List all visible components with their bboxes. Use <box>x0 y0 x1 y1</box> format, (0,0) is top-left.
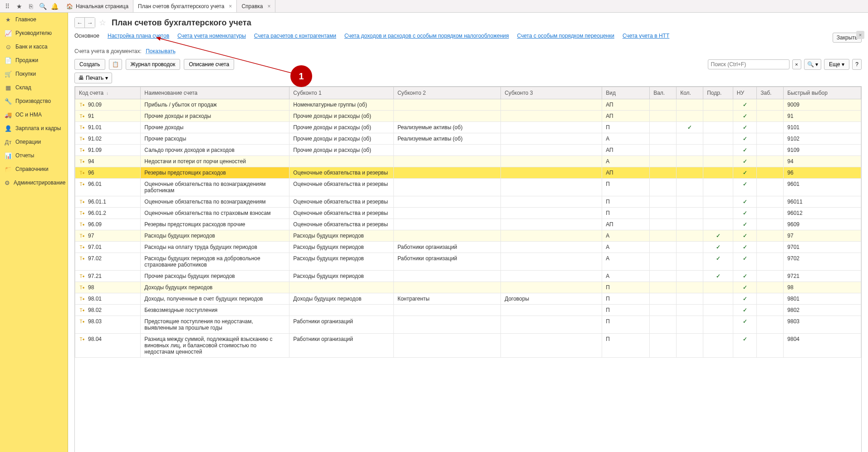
quantity-flag <box>677 271 703 282</box>
table-row[interactable]: T●98.01 Доходы, полученные в счет будущи… <box>75 293 861 305</box>
copy-icon: 📋 <box>112 61 119 68</box>
account-name: Расходы на оплату труда будущих периодов <box>141 242 289 253</box>
sidebar-item[interactable]: 📈Руководителю <box>0 26 68 40</box>
table-row[interactable]: T●90.09 Прибыль / убыток от продаж Номен… <box>75 99 861 111</box>
back-button[interactable]: ← <box>75 18 85 28</box>
col-name[interactable]: Наименование счета <box>141 87 289 99</box>
table-row[interactable]: T●96.09 Резервы предстоящих расходов про… <box>75 219 861 230</box>
sidebar-item[interactable]: ⚙Администрирование <box>0 176 68 190</box>
account-name: Разница между суммой, подлежащей взыскан… <box>141 334 289 358</box>
sidebar-item[interactable]: 📊Отчеты <box>0 149 68 162</box>
account-name: Расходы будущих периодов <box>141 230 289 242</box>
col-podr[interactable]: Подр. <box>703 87 733 99</box>
col-nu[interactable]: НУ <box>733 87 756 99</box>
help-button[interactable]: ? <box>852 59 862 70</box>
table-row[interactable]: T●91 Прочие доходы и расходы Прочие дохо… <box>75 111 861 122</box>
subkonto1: Расходы будущих периодов <box>289 271 394 282</box>
table-row[interactable]: T●97 Расходы будущих периодов Расходы бу… <box>75 230 861 242</box>
sidebar-item[interactable]: ▦Склад <box>0 81 68 94</box>
col-sub2[interactable]: Субконто 2 <box>393 87 500 99</box>
account-icon: T● <box>79 336 85 342</box>
sidebar-item[interactable]: ДтОперации <box>0 135 68 149</box>
more-button[interactable]: Еще ▾ <box>824 59 849 70</box>
search-clear-button[interactable]: × <box>792 59 801 69</box>
quick-select-code: 98 <box>784 282 861 293</box>
account-type: АП <box>602 145 650 156</box>
table-row[interactable]: T●94 Недостачи и потери от порчи ценност… <box>75 156 861 167</box>
subkonto2: Работники организаций <box>393 253 500 271</box>
sidebar-item[interactable]: ★Главное <box>0 13 68 26</box>
accounts-table-wrap: Код счета↓ Наименование счета Субконто 1… <box>74 86 862 452</box>
favorite-icon[interactable]: ☆ <box>99 18 106 28</box>
close-icon[interactable]: × <box>267 3 270 10</box>
table-row[interactable]: T●98.03 Предстоящие поступления по недос… <box>75 316 861 334</box>
col-sub3[interactable]: Субконто 3 <box>501 87 602 99</box>
sidebar-item[interactable]: 🚚ОС и НМА <box>0 108 68 122</box>
table-row[interactable]: T●97.21 Прочие расходы будущих периодов … <box>75 271 861 282</box>
division-flag <box>703 316 733 334</box>
division-flag <box>703 196 733 208</box>
col-code[interactable]: Код счета↓ <box>75 87 141 99</box>
table-row[interactable]: T●98.02 Безвозмездные поступления П ✓ 98… <box>75 305 861 316</box>
table-row[interactable]: T●91.09 Сальдо прочих доходов и расходов… <box>75 145 861 156</box>
tab-home[interactable]: 🏠 Начальная страница <box>62 0 133 12</box>
table-row[interactable]: T●91.02 Прочие расходы Прочие доходы и р… <box>75 133 861 145</box>
search-dropdown-button[interactable]: 🔍 ▾ <box>804 59 821 70</box>
table-row[interactable]: T●97.01 Расходы на оплату труда будущих … <box>75 242 861 253</box>
close-icon[interactable]: × <box>229 3 232 10</box>
subkonto2: Реализуемые активы (об) <box>393 122 500 133</box>
close-page-button[interactable]: × <box>856 31 864 39</box>
table-row[interactable]: T●96 Резервы предстоящих расходов Оценоч… <box>75 167 861 179</box>
subkonto3 <box>501 282 602 293</box>
subnav-revaluation-accounts[interactable]: Счета с особым порядком переоценки <box>517 33 614 43</box>
sidebar-item[interactable]: 👤Зарплата и кадры <box>0 122 68 135</box>
forward-button[interactable]: → <box>85 18 95 28</box>
currency-flag <box>650 111 677 122</box>
subnav-income-expense-special[interactable]: Счета доходов и расходов с особым порядк… <box>344 33 509 43</box>
quantity-flag <box>677 253 703 271</box>
subkonto3 <box>501 219 602 230</box>
division-flag <box>703 156 733 167</box>
sidebar-item[interactable]: 📄Продажи <box>0 53 68 67</box>
apps-icon[interactable]: ⠿ <box>2 1 13 12</box>
subkonto1: Оценочные обязательства и резервы <box>289 167 394 179</box>
star-icon[interactable]: ★ <box>14 1 25 12</box>
table-row[interactable]: T●96.01 Оценочные обязательства по возна… <box>75 179 861 196</box>
col-quick[interactable]: Быстрый выбор <box>784 87 861 99</box>
copy-button[interactable]: 📋 <box>109 59 122 70</box>
tab-help[interactable]: Справка × <box>237 0 275 12</box>
col-vid[interactable]: Вид <box>602 87 650 99</box>
print-button[interactable]: 🖶 Печать ▾ <box>74 73 112 83</box>
sidebar-item[interactable]: 🔧Производство <box>0 94 68 108</box>
search-icon[interactable]: 🔍 <box>37 1 48 12</box>
col-val[interactable]: Вал. <box>650 87 677 99</box>
sidebar-item[interactable]: ⊙Банк и касса <box>0 40 68 53</box>
table-row[interactable]: T●91.01 Прочие доходы Прочие доходы и ра… <box>75 122 861 133</box>
subnav-ntt-accounts[interactable]: Счета учета в НТТ <box>623 33 669 43</box>
sidebar-item[interactable]: 📁Справочники <box>0 162 68 176</box>
quick-select-code: 9701 <box>784 242 861 253</box>
currency-flag <box>650 253 677 271</box>
col-kol[interactable]: Кол. <box>677 87 703 99</box>
account-type: А <box>602 156 650 167</box>
sidebar-item-label: Руководителю <box>15 30 52 36</box>
tab-plan-accounts[interactable]: План счетов бухгалтерского учета × <box>133 0 237 12</box>
quantity-flag <box>677 305 703 316</box>
table-row[interactable]: T●98.04 Разница между суммой, подлежащей… <box>75 334 861 358</box>
history-icon[interactable]: ⎘ <box>25 1 36 12</box>
bell-icon[interactable]: 🔔 <box>49 1 60 12</box>
table-row[interactable]: T●96.01.1 Оценочные обязательства по воз… <box>75 196 861 208</box>
table-row[interactable]: T●98 Доходы будущих периодов П ✓ 98 <box>75 282 861 293</box>
col-sub1[interactable]: Субконто 1 <box>289 87 394 99</box>
subnav-main[interactable]: Основное <box>74 33 99 43</box>
offbalance-flag <box>757 196 784 208</box>
table-row[interactable]: T●97.02 Расходы будущих периодов на добр… <box>75 253 861 271</box>
sidebar-item[interactable]: 🛒Покупки <box>0 67 68 81</box>
offbalance-flag <box>757 208 784 219</box>
search-input[interactable] <box>708 59 790 69</box>
create-button[interactable]: Создать <box>74 59 105 70</box>
account-code: 96.01 <box>88 181 102 187</box>
col-zab[interactable]: Заб. <box>757 87 784 99</box>
sidebar-icon: 📊 <box>5 152 12 159</box>
table-row[interactable]: T●96.01.2 Оценочные обязательства по стр… <box>75 208 861 219</box>
